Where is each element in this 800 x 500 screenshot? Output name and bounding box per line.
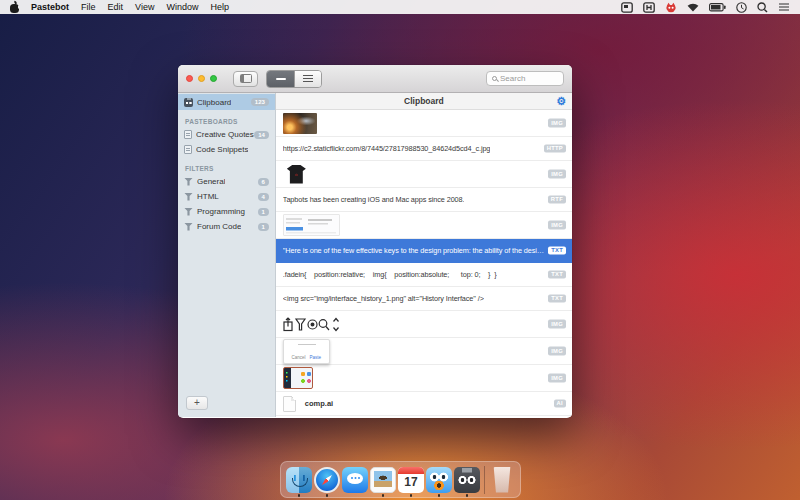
type-badge-txt: TXT <box>548 270 566 279</box>
dock-item-trash[interactable] <box>488 462 516 497</box>
toggle-sidebar-button[interactable] <box>233 71 258 87</box>
sidebar-item-clipboard[interactable]: Clipboard 123 <box>178 94 275 110</box>
dock-item-messages[interactable] <box>341 462 369 497</box>
file-name: comp.ai <box>305 399 333 408</box>
gear-icon[interactable]: ⚙ <box>556 94 566 108</box>
clipboard-row-rtf[interactable]: Tapbots has been creating iOS and Mac ap… <box>276 188 572 212</box>
sidebar-item-creative-quotes[interactable]: Creative Quotes14 <box>178 127 275 142</box>
clipboard-row-img[interactable]: IMG <box>276 110 572 137</box>
compact-view-segment[interactable] <box>267 71 294 87</box>
clipboard-item-text: https://c2.staticflickr.com/8/7445/27817… <box>283 144 491 153</box>
menu-item-view[interactable]: View <box>135 2 154 12</box>
clipboard-item-text: .fadein{ position:relative; img{ positio… <box>283 270 497 279</box>
tweetbot-dock-icon <box>426 467 452 493</box>
app-menu-title[interactable]: Pastebot <box>31 2 69 12</box>
menu-item-edit[interactable]: Edit <box>108 2 124 12</box>
h-app-status-icon[interactable] <box>643 2 655 13</box>
clipboard-item-text: Tapbots has been creating iOS and Mac ap… <box>283 195 465 204</box>
clipboard-item-text: "Here is one of the few effective keys t… <box>283 246 544 255</box>
dialog-thumb-buttons: CancelPaste <box>284 355 329 360</box>
dock-item-tweetbot[interactable] <box>425 462 453 497</box>
notification-center-icon[interactable] <box>778 2 790 12</box>
pastebot-status-icon[interactable] <box>665 2 677 13</box>
zoom-button[interactable] <box>210 75 217 82</box>
dock: 17 <box>280 461 521 498</box>
menu-item-help[interactable]: Help <box>210 2 229 12</box>
type-badge-img: IMG <box>548 320 566 329</box>
desktop-wallpaper: Pastebot FileEditViewWindowHelp <box>0 0 800 500</box>
display-status-icon[interactable] <box>621 2 633 13</box>
wifi-status-icon[interactable] <box>687 3 699 12</box>
type-badge-img: IMG <box>548 347 566 356</box>
menu-item-file[interactable]: File <box>81 2 96 12</box>
dock-separator <box>484 466 485 494</box>
clipboard-icon <box>184 98 193 107</box>
dock-item-calendar[interactable]: 17 <box>397 462 425 497</box>
sidebar-toggle-icon <box>240 74 252 83</box>
clipboard-row-img[interactable]: IMG <box>276 161 572 188</box>
dock-item-safari[interactable] <box>313 462 341 497</box>
apple-menu-icon[interactable] <box>10 2 19 13</box>
sidebar-item-label: Creative Quotes <box>196 130 254 139</box>
dialog-paste-label: Paste <box>310 355 322 360</box>
file-icon <box>283 396 296 412</box>
single-row-icon <box>276 78 286 80</box>
clipboard-items-list: IMGhttps://c2.staticflickr.com/8/7445/27… <box>276 110 572 417</box>
clipboard-row-txt[interactable]: "Here is one of the few effective keys t… <box>276 239 572 263</box>
menu-bar: Pastebot FileEditViewWindowHelp <box>0 0 800 14</box>
list-lines-icon <box>303 75 313 82</box>
dock-item-photos[interactable] <box>369 462 397 497</box>
search-icon <box>492 76 497 81</box>
sidebar-item-forum-code[interactable]: Forum Code1 <box>178 219 275 234</box>
sidebar-clipboard-label: Clipboard <box>197 98 231 107</box>
window-title-bar[interactable]: Search <box>178 65 572 93</box>
finder-dock-icon <box>286 467 312 493</box>
list-view-segment[interactable] <box>294 71 321 87</box>
messages-dock-icon <box>342 467 368 493</box>
search-placeholder: Search <box>500 74 525 83</box>
running-indicator-dot <box>326 494 329 497</box>
clipboard-row-img[interactable]: IMG <box>276 212 572 239</box>
clipboard-row-txt[interactable]: <img src="img/interface_history_1.png" a… <box>276 287 572 311</box>
item-count-badge: 4 <box>258 193 269 201</box>
pasteboard-icon <box>184 145 192 154</box>
webpage-screenshot <box>283 214 340 236</box>
clipboard-row-http[interactable]: https://c2.staticflickr.com/8/7445/27817… <box>276 137 572 161</box>
sidebar-item-code-snippets[interactable]: Code Snippets <box>178 142 275 157</box>
menu-item-window[interactable]: Window <box>166 2 198 12</box>
add-pasteboard-button[interactable]: + <box>186 396 208 410</box>
clipboard-row-img[interactable]: CancelPasteIMG <box>276 338 572 365</box>
pastebot-window: Search Clipboard 123 PASTEBOARDSCreative… <box>178 65 572 418</box>
minimize-button[interactable] <box>198 75 205 82</box>
dock-item-pastebot[interactable] <box>453 462 481 497</box>
clipboard-row-img[interactable]: IMG <box>276 311 572 338</box>
pastebot-dock-icon <box>454 467 480 493</box>
sidebar-item-html[interactable]: HTML4 <box>178 189 275 204</box>
close-button[interactable] <box>186 75 193 82</box>
sunset-car-photo <box>283 113 317 134</box>
item-count-badge: 6 <box>258 178 269 186</box>
search-field[interactable]: Search <box>486 71 564 86</box>
item-count-badge: 1 <box>258 223 269 231</box>
pasteboard-icon <box>184 130 192 139</box>
battery-status-icon[interactable] <box>709 3 726 12</box>
sidebar-item-programming[interactable]: Programming1 <box>178 204 275 219</box>
filter-icon <box>184 178 193 186</box>
menu-items-container: FileEditViewWindowHelp <box>81 2 241 12</box>
type-badge-ai: AI <box>554 399 566 408</box>
sidebar-item-label: Forum Code <box>197 222 241 231</box>
sidebar: Clipboard 123 PASTEBOARDSCreative Quotes… <box>178 93 276 417</box>
clock-status-icon[interactable] <box>736 2 747 13</box>
spotlight-search-icon[interactable] <box>757 2 768 13</box>
item-count-badge: 1 <box>258 208 269 216</box>
sidebar-item-general[interactable]: General6 <box>178 174 275 189</box>
clipboard-row-txt[interactable]: .fadein{ position:relative; img{ positio… <box>276 263 572 287</box>
clipboard-row-img[interactable]: IMG <box>276 365 572 392</box>
sidebar-item-label: Programming <box>197 207 245 216</box>
paste-dialog-screenshot: CancelPaste <box>283 339 330 364</box>
type-badge-img: IMG <box>548 374 566 383</box>
dock-item-finder[interactable] <box>285 462 313 497</box>
clipboard-item-text: <img src="img/interface_history_1.png" a… <box>283 294 484 303</box>
toolbar-icons-image <box>283 315 353 333</box>
clipboard-row-ai[interactable]: comp.aiAI <box>276 392 572 416</box>
